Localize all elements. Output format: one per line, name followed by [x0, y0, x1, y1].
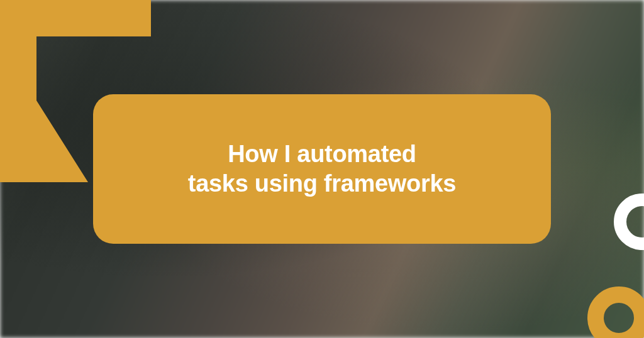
title-card: How I automated tasks using frameworks — [93, 94, 551, 244]
title-line-2: tasks using frameworks — [188, 170, 456, 197]
title-text: How I automated tasks using frameworks — [188, 139, 456, 199]
title-line-1: How I automated — [228, 141, 416, 167]
